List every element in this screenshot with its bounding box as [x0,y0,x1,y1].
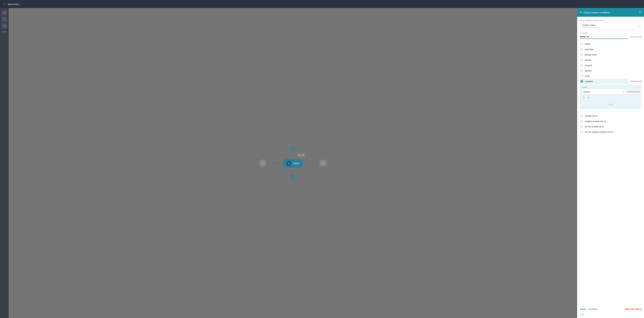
radio-label-less-than: less than [585,48,594,51]
annotation-1: 1 [630,35,641,38]
radio-circle-present [580,64,583,67]
annotation-num-1: 1 [640,35,641,38]
radio-contain-all-of[interactable]: contain all of [580,113,641,119]
target-icons-row: ✎ ▾ [582,96,639,100]
radio-label-contain-all-of: contain all of [585,115,597,117]
custom-value-label: Custom value [582,24,599,26]
radio-circle-less-than [580,48,583,51]
chevron-down-icon: ▾ [638,25,639,27]
radio-circle-contain-at-least-one-of [580,120,583,123]
radio-label-exist: exist [585,75,589,77]
connector-right [306,163,320,163]
fit-button[interactable]: 1:1 [2,23,7,29]
annotation-num-2: 2 [640,80,641,83]
target-input[interactable] [583,91,622,93]
cancel-button[interactable]: CANCEL [588,308,597,311]
radio-greater-than[interactable]: greater than [580,52,641,57]
zoom-label: 100% [2,31,7,33]
panel-body: Field / Attribute (Client context) Custo… [577,17,644,306]
canvas-area: → + ✎ ✕ + Client: [9,8,577,318]
clear-target-button[interactable]: ✕ [622,90,624,94]
annotation-num-4: 4 [582,314,583,316]
connector-left [266,163,280,163]
radio-circle-contain-all-of [580,115,583,117]
radio-circle-contains [580,80,583,83]
custom-value-selector[interactable]: Custom value Enter custom path ✎ ▾ [580,22,641,30]
left-sidebar: + − 1:1 100% [0,8,9,318]
contains-row: contains 2 [580,79,641,84]
flow-container: → + ✎ ✕ + Client: [259,150,327,176]
annotation-num-3: 3 [638,91,639,93]
radio-equals[interactable]: equals [580,57,641,63]
node-icon: + [286,161,292,166]
delete-field-button[interactable]: DELETE FIELD [625,308,641,311]
contains-section: Target ✕ 3 ✎ ▾ [580,85,641,109]
annotation-2: 2 [630,80,641,83]
annotation-line-1 [630,37,640,37]
radio-circle-greater-than [580,53,583,56]
radio-label-greater-than: greater than [585,53,596,56]
flow-node[interactable]: + Client: [283,159,303,168]
minus-button[interactable]: − [2,17,7,22]
radio-circle-do-not-contain-at-least-one-of [580,131,583,133]
radio-circle-absent [580,69,583,72]
topbar: ← app-policy [0,0,644,8]
radio-label-equals: equals [585,59,591,61]
radio-section: within less than greater than equals [580,41,641,109]
add-bottom-button[interactable]: + [291,175,295,179]
full-path-input[interactable] [580,35,628,39]
arrow-right-icon: → [261,161,264,165]
value-placeholder: Value [582,101,639,108]
radio-present[interactable]: present [580,63,641,68]
target-row: ✕ 3 [582,89,639,95]
flow-node-group: + ✎ ✕ + Client: + [280,150,306,176]
save-button[interactable]: SAVE [580,308,586,311]
radio-do-not-contain-all-of[interactable]: do not contain all of [580,124,641,129]
arrow-right-icon-2: → [322,161,324,165]
radio-circle-do-not-contain-all-of [580,125,583,128]
annotation-line-2 [630,81,640,81]
node-edit-button[interactable]: ✎ [297,154,301,157]
annotation-3: 3 [628,91,639,93]
radio-label-absent: absent [585,69,591,72]
annotation-line-3 [628,92,638,92]
panel-close-button[interactable]: ✕ [639,10,641,14]
node-edit-buttons: ✎ ✕ [297,154,305,157]
full-path-label: Full path* [580,32,641,34]
radio-label-contain-at-least-one-of: contain at least one of [585,120,606,123]
radio-contain-at-least-one-of[interactable]: contain at least one of [580,119,641,124]
bottom-radio-section: contain all of contain at least one of d… [580,113,641,135]
nav-right-button[interactable]: → [320,159,327,167]
field-attribute-label: Field / Attribute (Client context) [580,19,641,21]
full-path-row: 1 [580,35,641,39]
panel-header: ✎ Cross context condition ✕ [577,8,644,17]
radio-circle-within [580,43,583,45]
radio-do-not-contain-at-least-one-of[interactable]: do not contain at least one of [580,129,641,135]
node-delete-button[interactable]: ✕ [301,154,305,157]
panel-edit-icon: ✎ [580,11,582,14]
radio-absent[interactable]: absent [580,68,641,73]
radio-within[interactable]: within [580,41,641,47]
panel-title: Cross context condition [584,11,637,14]
panel-footer: SAVE CANCEL DELETE FIELD [577,306,644,313]
add-top-button[interactable]: + [291,147,295,151]
target-chevron-btn[interactable]: ▾ [586,96,590,100]
radio-circle-exist [580,75,583,77]
back-button[interactable]: ← [3,2,6,6]
node-label: Client: [293,162,300,165]
radio-label-present: present [585,64,592,67]
radio-label-contains: contains [585,80,593,83]
node-outer-box: ✎ ✕ + Client: [280,155,306,171]
radio-exist[interactable]: exist [580,73,641,79]
required-marker: * [587,32,588,34]
target-edit-icon-btn[interactable]: ✎ [582,96,586,100]
radio-label-do-not-contain-all-of: do not contain all of [585,125,604,128]
target-input-wrapper[interactable]: ✕ [582,89,626,95]
main-layout: + − 1:1 100% → + ✎ ✕ [0,8,644,318]
radio-less-than[interactable]: less than [580,47,641,52]
nav-left-button[interactable]: → [259,159,266,167]
edit-icon: ✎ [598,26,599,28]
radio-circle-equals [580,59,583,61]
radio-contains[interactable]: contains [580,79,628,84]
add-button[interactable]: + [2,10,7,15]
